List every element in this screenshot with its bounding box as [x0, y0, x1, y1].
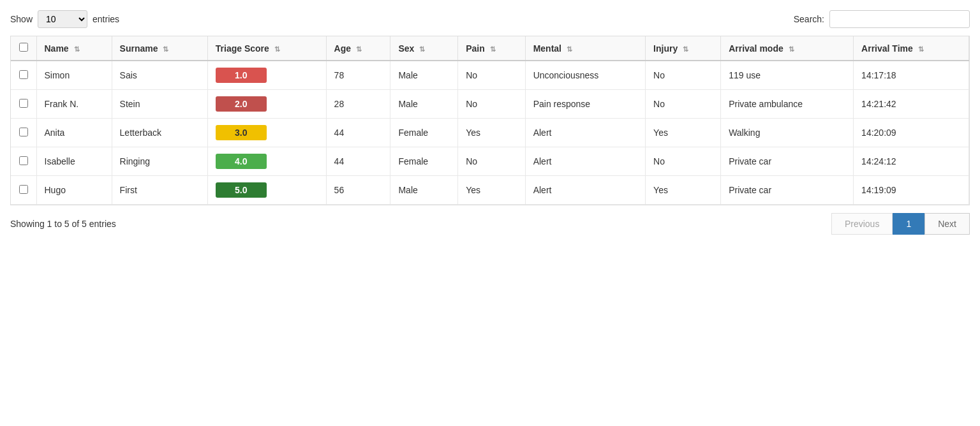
- row-checkbox-cell: [11, 119, 36, 147]
- col-arrival-mode[interactable]: Arrival mode ⇅: [721, 36, 854, 61]
- row-mental: Alert: [525, 119, 645, 147]
- triage-badge: 4.0: [216, 154, 267, 169]
- row-sex: Male: [390, 176, 458, 205]
- table-row: Isabelle Ringing 4.0 44 Female No Alert …: [11, 147, 969, 176]
- col-pain[interactable]: Pain ⇅: [458, 36, 525, 61]
- row-sex: Male: [390, 61, 458, 90]
- table-wrapper: Name ⇅ Surname ⇅ Triage Score ⇅ Age ⇅ Se…: [10, 36, 970, 205]
- row-arrival-time: 14:24:12: [854, 147, 969, 176]
- row-name: Isabelle: [36, 147, 112, 176]
- row-surname: Letterback: [112, 119, 207, 147]
- row-arrival-time: 14:17:18: [854, 61, 969, 90]
- row-injury: Yes: [646, 176, 721, 205]
- show-label: Show: [10, 14, 33, 24]
- col-checkbox[interactable]: [11, 36, 36, 61]
- col-mental[interactable]: Mental ⇅: [525, 36, 645, 61]
- row-arrival-time: 14:19:09: [854, 176, 969, 205]
- show-entries-container: Show 10 25 50 100 entries: [10, 10, 119, 28]
- row-checkbox-0[interactable]: [19, 70, 28, 79]
- age-sort-icon: ⇅: [356, 45, 362, 54]
- entries-select[interactable]: 10 25 50 100: [38, 10, 87, 28]
- triage-badge: 3.0: [216, 125, 267, 140]
- showing-text: Showing 1 to 5 of 5 entries: [10, 219, 116, 229]
- row-triage-score: 2.0: [207, 90, 326, 119]
- pagination: Previous 1 Next: [831, 213, 970, 235]
- row-name: Hugo: [36, 176, 112, 205]
- col-injury[interactable]: Injury ⇅: [646, 36, 721, 61]
- col-arrival-time[interactable]: Arrival Time ⇅: [854, 36, 969, 61]
- triage-badge: 5.0: [216, 182, 267, 198]
- next-button[interactable]: Next: [924, 213, 970, 235]
- row-mental: Alert: [525, 176, 645, 205]
- row-surname: Stein: [112, 90, 207, 119]
- row-checkbox-cell: [11, 147, 36, 176]
- row-arrival-mode: Private car: [721, 147, 854, 176]
- table-body: Simon Sais 1.0 78 Male No Unconciousness…: [11, 61, 969, 205]
- surname-sort-icon: ⇅: [163, 45, 168, 54]
- col-age[interactable]: Age ⇅: [326, 36, 390, 61]
- row-mental: Unconciousness: [525, 61, 645, 90]
- top-controls: Show 10 25 50 100 entries Search:: [10, 10, 970, 28]
- col-name[interactable]: Name ⇅: [36, 36, 112, 61]
- arrival-time-sort-icon: ⇅: [918, 45, 924, 54]
- table-row: Simon Sais 1.0 78 Male No Unconciousness…: [11, 61, 969, 90]
- name-sort-icon: ⇅: [74, 45, 80, 54]
- row-checkbox-4[interactable]: [19, 185, 28, 194]
- table-row: Hugo First 5.0 56 Male Yes Alert Yes Pri…: [11, 176, 969, 205]
- col-sex[interactable]: Sex ⇅: [390, 36, 458, 61]
- row-arrival-time: 14:20:09: [854, 119, 969, 147]
- pain-sort-icon: ⇅: [490, 45, 496, 54]
- entries-label: entries: [93, 14, 119, 24]
- row-arrival-mode: 119 use: [721, 61, 854, 90]
- row-sex: Male: [390, 90, 458, 119]
- col-triage-score[interactable]: Triage Score ⇅: [207, 36, 326, 61]
- select-all-checkbox[interactable]: [19, 43, 28, 52]
- row-triage-score: 5.0: [207, 176, 326, 205]
- row-arrival-mode: Private car: [721, 176, 854, 205]
- row-checkbox-2[interactable]: [19, 128, 28, 136]
- row-age: 44: [326, 147, 390, 176]
- row-injury: Yes: [646, 119, 721, 147]
- triage-badge: 2.0: [216, 96, 267, 112]
- bottom-controls: Showing 1 to 5 of 5 entries Previous 1 N…: [10, 213, 970, 235]
- row-triage-score: 4.0: [207, 147, 326, 176]
- row-sex: Female: [390, 147, 458, 176]
- row-age: 56: [326, 176, 390, 205]
- injury-sort-icon: ⇅: [683, 45, 688, 54]
- col-surname[interactable]: Surname ⇅: [112, 36, 207, 61]
- mental-sort-icon: ⇅: [567, 45, 572, 54]
- row-checkbox-1[interactable]: [19, 99, 28, 108]
- row-mental: Pain response: [525, 90, 645, 119]
- search-input[interactable]: [829, 10, 970, 28]
- table-header-row: Name ⇅ Surname ⇅ Triage Score ⇅ Age ⇅ Se…: [11, 36, 969, 61]
- previous-button[interactable]: Previous: [831, 213, 893, 235]
- row-injury: No: [646, 61, 721, 90]
- row-checkbox-3[interactable]: [19, 156, 28, 165]
- row-arrival-time: 14:21:42: [854, 90, 969, 119]
- row-checkbox-cell: [11, 176, 36, 205]
- row-checkbox-cell: [11, 90, 36, 119]
- row-pain: Yes: [458, 119, 525, 147]
- row-sex: Female: [390, 119, 458, 147]
- row-mental: Alert: [525, 147, 645, 176]
- search-label: Search:: [794, 14, 824, 24]
- table-row: Anita Letterback 3.0 44 Female Yes Alert…: [11, 119, 969, 147]
- row-age: 78: [326, 61, 390, 90]
- row-arrival-mode: Walking: [721, 119, 854, 147]
- arrival-mode-sort-icon: ⇅: [789, 45, 794, 54]
- row-pain: Yes: [458, 176, 525, 205]
- triage-badge: 1.0: [216, 68, 267, 83]
- triage-sort-icon: ⇅: [274, 45, 280, 54]
- row-age: 28: [326, 90, 390, 119]
- row-triage-score: 1.0: [207, 61, 326, 90]
- row-pain: No: [458, 90, 525, 119]
- page-1-button[interactable]: 1: [893, 213, 924, 235]
- row-injury: No: [646, 90, 721, 119]
- row-surname: First: [112, 176, 207, 205]
- row-checkbox-cell: [11, 61, 36, 90]
- row-age: 44: [326, 119, 390, 147]
- row-name: Simon: [36, 61, 112, 90]
- row-arrival-mode: Private ambulance: [721, 90, 854, 119]
- row-triage-score: 3.0: [207, 119, 326, 147]
- table-row: Frank N. Stein 2.0 28 Male No Pain respo…: [11, 90, 969, 119]
